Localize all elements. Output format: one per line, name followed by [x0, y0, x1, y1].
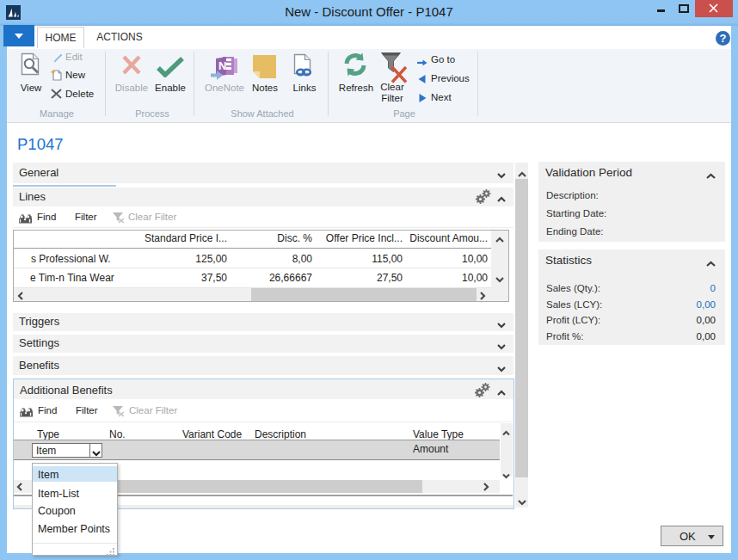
svg-text:N: N — [218, 59, 226, 72]
